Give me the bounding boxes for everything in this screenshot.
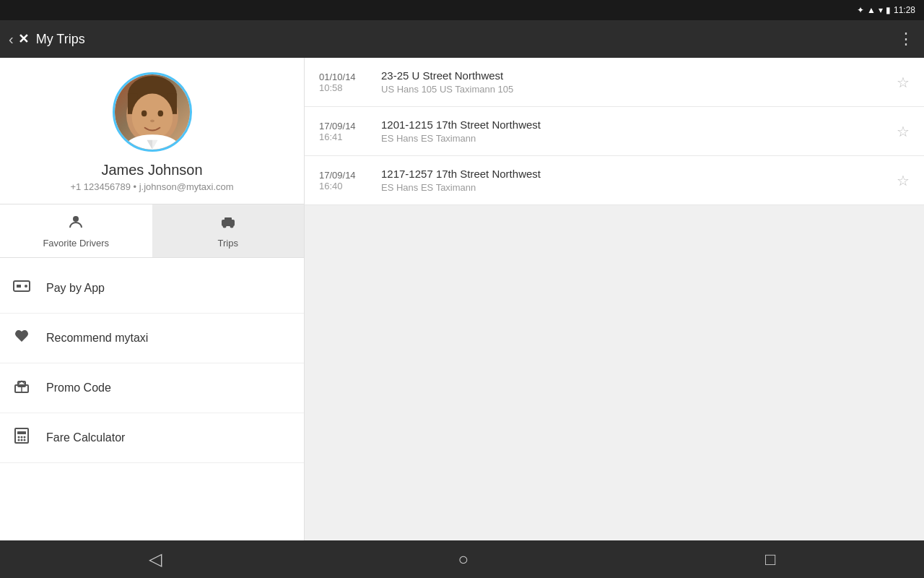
svg-point-4 bbox=[131, 93, 173, 139]
trip-address: 1201-1215 17th Street Northwest bbox=[381, 118, 885, 131]
svg-point-26 bbox=[18, 436, 20, 439]
table-row[interactable]: 17/09/14 16:41 1201-1215 17th Street Nor… bbox=[305, 107, 924, 156]
user-contact: +1 123456789 • j.johnson@mytaxi.com bbox=[70, 181, 233, 192]
menu-item-fare-calc[interactable]: Fare Calculator bbox=[0, 413, 304, 463]
menu-item-promo[interactable]: Promo Code bbox=[0, 363, 304, 413]
tabs-container: Favorite Drivers Trips bbox=[0, 204, 304, 258]
right-panel: 01/10/14 10:58 23-25 U Street Northwest … bbox=[305, 58, 924, 540]
bottom-nav: ◁ ○ □ bbox=[0, 540, 924, 578]
recommend-label: Recommend mytaxi bbox=[46, 332, 148, 345]
nav-bar: ‹ ✕ My Trips ⋮ bbox=[0, 20, 924, 58]
trip-list: 01/10/14 10:58 23-25 U Street Northwest … bbox=[305, 58, 924, 205]
svg-point-27 bbox=[21, 436, 23, 439]
home-nav-button[interactable]: ○ bbox=[444, 543, 484, 575]
svg-rect-25 bbox=[17, 431, 26, 434]
tab-favorite-drivers-label: Favorite Drivers bbox=[43, 238, 109, 249]
bluetooth-icon: ✦ bbox=[857, 5, 864, 15]
favorite-drivers-icon bbox=[67, 213, 84, 235]
star-button[interactable]: ☆ bbox=[897, 123, 910, 140]
promo-label: Promo Code bbox=[46, 381, 111, 394]
recommend-icon bbox=[12, 327, 32, 350]
user-name: James Johnson bbox=[101, 162, 202, 178]
trip-driver: US Hans 105 US Taximann 105 bbox=[381, 84, 885, 95]
profile-section: James Johnson +1 123456789 • j.johnson@m… bbox=[0, 58, 304, 204]
tab-favorite-drivers[interactable]: Favorite Drivers bbox=[0, 204, 152, 257]
svg-point-13 bbox=[222, 225, 226, 228]
time-display: 11:28 bbox=[894, 5, 915, 15]
back-nav-button[interactable]: ◁ bbox=[134, 543, 176, 575]
trip-time: 10:58 bbox=[319, 82, 370, 93]
pay-by-app-icon bbox=[12, 277, 32, 300]
page-title: My Trips bbox=[36, 32, 898, 47]
battery-icon: ▮ bbox=[886, 5, 891, 15]
status-icons: ✦ ▲ ▾ ▮ 11:28 bbox=[857, 5, 915, 15]
trip-address: 1217-1257 17th Street Northwest bbox=[381, 168, 885, 180]
svg-point-28 bbox=[24, 436, 26, 439]
avatar bbox=[113, 72, 192, 152]
pay-by-app-label: Pay by App bbox=[46, 282, 105, 295]
svg-point-5 bbox=[141, 111, 147, 117]
more-options-button[interactable]: ⋮ bbox=[898, 30, 915, 48]
trip-address: 23-25 U Street Northwest bbox=[381, 69, 885, 82]
svg-point-7 bbox=[150, 119, 154, 122]
trip-date-main: 17/09/14 bbox=[319, 121, 370, 131]
fare-calc-icon bbox=[12, 426, 32, 449]
svg-rect-16 bbox=[223, 220, 225, 223]
back-button[interactable]: ‹ bbox=[9, 31, 14, 48]
wifi-icon: ▾ bbox=[879, 5, 883, 15]
promo-icon bbox=[12, 376, 32, 400]
trip-date-main: 17/09/14 bbox=[319, 170, 370, 181]
fare-calc-label: Fare Calculator bbox=[46, 431, 125, 444]
app-logo: ✕ bbox=[18, 31, 29, 47]
menu-item-recommend[interactable]: Recommend mytaxi bbox=[0, 314, 304, 363]
star-button[interactable]: ☆ bbox=[897, 172, 910, 189]
status-bar: ✦ ▲ ▾ ▮ 11:28 bbox=[0, 0, 924, 20]
trip-date-main: 01/10/14 bbox=[319, 72, 370, 82]
svg-rect-15 bbox=[225, 217, 232, 221]
tab-trips-label: Trips bbox=[218, 238, 238, 249]
main-content: James Johnson +1 123456789 • j.johnson@m… bbox=[0, 58, 924, 540]
trip-info: 1217-1257 17th Street Northwest ES Hans … bbox=[381, 168, 885, 193]
signal-icon: ▲ bbox=[867, 5, 876, 15]
trip-info: 23-25 U Street Northwest US Hans 105 US … bbox=[381, 69, 885, 95]
trip-time: 16:40 bbox=[319, 181, 370, 191]
trip-time: 16:41 bbox=[319, 131, 370, 142]
table-row[interactable]: 01/10/14 10:58 23-25 U Street Northwest … bbox=[305, 58, 924, 107]
menu-list: Pay by App Recommend mytaxi bbox=[0, 264, 304, 463]
trip-driver: ES Hans ES Taximann bbox=[381, 182, 885, 193]
trip-date: 01/10/14 10:58 bbox=[319, 72, 370, 93]
recent-nav-button[interactable]: □ bbox=[751, 543, 790, 575]
table-row[interactable]: 17/09/14 16:40 1217-1257 17th Street Nor… bbox=[305, 156, 924, 205]
svg-point-31 bbox=[24, 439, 26, 441]
avatar-image bbox=[115, 74, 190, 150]
star-button[interactable]: ☆ bbox=[897, 74, 910, 91]
left-panel: James Johnson +1 123456789 • j.johnson@m… bbox=[0, 58, 305, 540]
menu-item-pay-by-app[interactable]: Pay by App bbox=[0, 264, 304, 314]
svg-point-29 bbox=[18, 439, 20, 441]
svg-point-11 bbox=[73, 216, 79, 222]
trips-icon bbox=[219, 213, 237, 235]
trip-info: 1201-1215 17th Street Northwest ES Hans … bbox=[381, 118, 885, 144]
tab-trips[interactable]: Trips bbox=[152, 204, 305, 257]
svg-point-14 bbox=[230, 225, 233, 228]
trip-date: 17/09/14 16:41 bbox=[319, 121, 370, 142]
svg-point-18 bbox=[25, 285, 27, 288]
trip-date: 17/09/14 16:40 bbox=[319, 170, 370, 191]
trip-driver: ES Hans ES Taximann bbox=[381, 133, 885, 144]
svg-point-30 bbox=[21, 439, 23, 441]
svg-point-6 bbox=[157, 111, 163, 117]
